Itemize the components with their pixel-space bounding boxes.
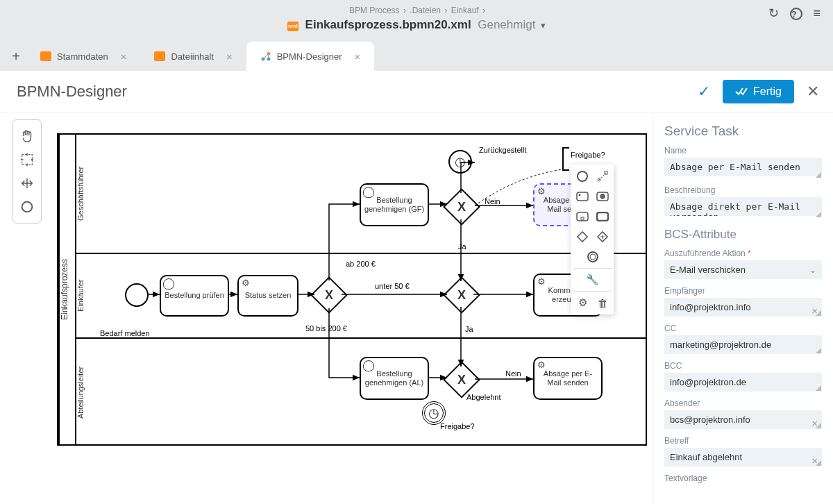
hand-tool-icon[interactable] [17, 126, 37, 146]
tool-palette [12, 119, 42, 224]
ctx-call-icon[interactable] [594, 208, 612, 226]
svg-rect-14 [597, 212, 608, 221]
fertig-button[interactable]: Fertig [723, 80, 794, 103]
edge-label-zurueckgestellt: Zurückgestellt [479, 146, 526, 154]
bcc-label: BCC [664, 361, 822, 371]
task-bestellung-pruefen[interactable]: Bestellung prüfen [160, 275, 229, 317]
edge-label-freigabe: Freigabe? [440, 422, 475, 430]
task-absage-email-senden-al[interactable]: Absage per E-Mail senden [533, 357, 603, 400]
lane-label: Einkäufer [75, 254, 90, 337]
task-bestellung-genehmigen-gf[interactable]: Bestellung genehmigen (GF) [360, 183, 429, 226]
properties-panel: Service Task Name Beschreibung BCS-Attri… [653, 112, 833, 504]
edge-label-unter50: unter 50 € [375, 282, 410, 290]
add-tab-button[interactable]: + [6, 49, 26, 65]
props-title: Service Task [664, 124, 822, 139]
ctx-subprocess-icon[interactable] [573, 208, 591, 226]
gateway-amount[interactable]: X [316, 282, 342, 308]
bpmn-icon [260, 51, 271, 62]
name-input[interactable] [664, 158, 822, 176]
description-label: Beschreibung [664, 185, 822, 195]
svg-rect-15 [578, 232, 587, 242]
gateway-al[interactable]: X [448, 367, 475, 393]
menu-icon[interactable]: ≡ [813, 6, 821, 21]
gateway-mid[interactable]: X [448, 282, 475, 308]
chevron-down-icon[interactable]: ▾ [541, 20, 546, 31]
annotation-bracket-gf[interactable] [562, 147, 569, 171]
lane-label: Geschäftsführer [75, 135, 90, 253]
tab-stammdaten[interactable]: Stammdaten × [26, 42, 140, 71]
xml-icon [40, 51, 51, 61]
cc-label: CC [664, 324, 822, 333]
empfaenger-label: Empfänger [664, 286, 822, 296]
xml-icon [154, 51, 165, 61]
bcc-input[interactable] [664, 373, 822, 392]
close-icon[interactable]: × [121, 51, 127, 62]
filename-text: Einkaufsprozess.bpmn20.xml [305, 18, 471, 31]
tab-label: BPMN-Designer [277, 51, 342, 62]
svg-point-5 [578, 171, 587, 181]
betreff-input[interactable] [664, 448, 822, 467]
edge-label-ja: Ja [465, 325, 473, 333]
lane-einkaeufer[interactable]: Einkäufer Bestellung prüfen Status setze… [75, 253, 646, 337]
lasso-tool-icon[interactable] [17, 149, 37, 170]
close-icon[interactable]: ✕ [807, 83, 819, 101]
task-status-setzen[interactable]: Status setzen [237, 275, 298, 317]
ctx-gear-icon[interactable]: ⚙ [573, 294, 591, 312]
ctx-service-icon[interactable]: ⚙ [594, 187, 612, 205]
lane-geschaeftsfuehrer[interactable]: Geschäftsführer Zurückgestellt Bestellun… [75, 135, 646, 253]
action-label: Auszuführende Aktion * [664, 249, 822, 258]
cc-input[interactable] [664, 335, 822, 354]
svg-point-9 [579, 194, 581, 196]
description-input[interactable] [664, 197, 822, 216]
ctx-trash-icon[interactable]: 🗑 [594, 294, 612, 312]
help-icon[interactable]: ? [790, 8, 802, 20]
svg-point-4 [22, 202, 33, 212]
ctx-connect-icon[interactable] [594, 167, 612, 185]
tab-dateiinhalt[interactable]: Dateiinhalt × [140, 42, 246, 71]
task-bestellung-genehmigen-al[interactable]: Bestellung genehmigen (AL) [360, 357, 429, 400]
edge-label-50bis200: 50 bis 200 € [305, 324, 347, 333]
empfaenger-input[interactable] [664, 298, 822, 317]
betreff-label: Betreff [664, 436, 822, 446]
chevron-down-icon[interactable]: ⌄ [809, 265, 816, 275]
pool-label: Einkaufsprozess [58, 135, 75, 444]
refresh-icon[interactable]: ↻ [768, 6, 779, 21]
lane-abteilungsleiter[interactable]: Abteilungsleiter Bestellung genehmigen (… [75, 337, 646, 446]
action-select[interactable] [664, 260, 822, 279]
context-palette: ⚙ 🔧 ⚙ 🗑 [571, 165, 614, 314]
edge-label-nein: Nein [505, 369, 521, 378]
close-icon[interactable]: × [226, 51, 233, 62]
edge-label-ja: Ja [458, 242, 466, 251]
tab-bpmn-designer[interactable]: BPMN-Designer × [246, 42, 375, 71]
absender-input[interactable] [664, 410, 822, 429]
file-title[interactable]: xml Einkaufsprozess.bpmn20.xml Genehmigt… [0, 18, 833, 32]
breadcrumb[interactable]: BPM Process › .Dateien › Einkauf › [0, 0, 833, 15]
ctx-event-icon[interactable] [573, 167, 591, 185]
svg-text:⚙: ⚙ [600, 193, 605, 200]
name-label: Name [664, 146, 822, 156]
svg-point-17 [588, 252, 598, 262]
space-tool-icon[interactable] [17, 173, 37, 194]
ctx-wrench-icon[interactable]: 🔧 [584, 271, 602, 289]
ctx-end-event-icon[interactable] [584, 248, 602, 266]
start-event[interactable] [125, 283, 149, 307]
timer-event-al[interactable] [422, 401, 446, 425]
event-tool-icon[interactable] [17, 196, 37, 217]
bcs-attrs-title: BCS-Attribute [664, 228, 822, 242]
textvorlage-label: Textvorlage [664, 473, 822, 483]
page-title: BPMN-Designer [17, 83, 698, 101]
absender-label: Absender [664, 398, 822, 408]
check-icon[interactable]: ✓ [698, 83, 710, 101]
svg-point-18 [590, 254, 596, 260]
gateway-gf[interactable]: X [448, 194, 475, 220]
ctx-gateway-plus-icon[interactable] [594, 228, 612, 246]
ctx-gateway-icon[interactable] [573, 228, 591, 246]
annotation-freigabe: Freigabe? [571, 151, 605, 159]
edge-label-abgelehnt: Abgelehnt [466, 393, 501, 401]
ctx-task-icon[interactable] [573, 187, 591, 205]
bpmn-pool[interactable]: Einkaufsprozess Geschäftsführer Zurückge… [57, 133, 647, 446]
timer-event-gf[interactable] [448, 150, 472, 174]
edge-label-nein: Nein [485, 197, 500, 205]
close-icon[interactable]: × [355, 51, 361, 62]
svg-rect-3 [22, 155, 33, 165]
